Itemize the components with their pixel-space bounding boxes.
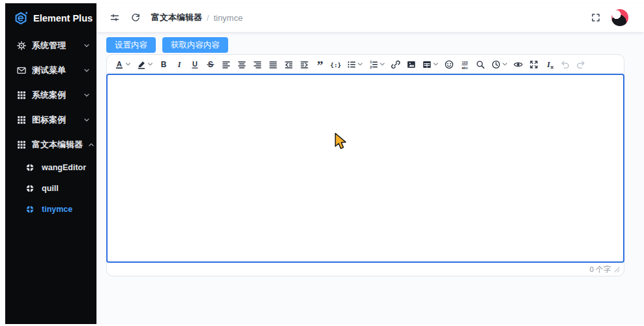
strikethrough-button[interactable]: S [203,57,218,72]
italic-button[interactable]: I [171,57,187,72]
bullet-list-icon [346,59,357,70]
text-color-button[interactable]: A [111,57,134,72]
undo-icon [560,59,570,70]
svg-text:123: 123 [461,60,467,64]
table-button[interactable] [419,57,441,72]
sidebar-item-icon-examples[interactable]: 图标案例 [5,108,96,132]
bold-button[interactable]: B [156,57,171,72]
numbered-list-button[interactable]: 12 [366,57,388,72]
svg-text:abc: abc [461,65,467,69]
chevron-down-icon[interactable] [379,61,385,67]
redo-button [573,57,589,72]
sidebar-item-label: 系统管理 [32,40,78,52]
element-plus-logo-icon [14,11,28,25]
chevron-down-icon [83,67,90,74]
bold-icon: B [158,59,169,70]
underline-button[interactable]: U [187,57,203,72]
table-icon [422,59,432,70]
emoji-icon [444,59,454,70]
redo-icon [576,59,586,70]
word-count-icon: 123abc [460,59,470,70]
preview-button[interactable] [510,57,526,72]
lifebuoy-icon [25,183,35,194]
app-logo[interactable]: Element Plus [5,3,96,33]
text-color-icon: A [114,59,124,70]
highlight-color-icon [136,59,147,70]
top-header: 富文本编辑器 / tinymce [96,3,644,32]
svg-text:2: 2 [370,65,372,68]
chevron-down-icon[interactable] [357,61,363,67]
sidebar-item-system-examples[interactable]: 系统案例 [5,83,96,108]
grid-icon [16,140,27,150]
strikethrough-icon: S [205,59,216,70]
svg-text:I: I [177,60,182,69]
code-button[interactable]: {:} [328,57,344,72]
blockquote-button[interactable]: ” [312,57,328,72]
outdent-button[interactable] [281,57,297,72]
sidebar: Element Plus 系统管理测试菜单系统案例图标案例富文本编辑器wangE… [5,3,96,324]
breadcrumb-item-current: tinymce [214,13,243,23]
user-avatar[interactable] [611,9,628,26]
svg-text:B: B [161,60,167,69]
code-icon: {:} [330,59,341,70]
link-button[interactable] [388,57,403,72]
svg-text:{:}: {:} [330,61,341,68]
chevron-down-icon [83,92,90,98]
svg-text:1: 1 [370,60,372,64]
word-count-button[interactable]: 123abc [457,57,473,72]
align-left-button[interactable] [218,57,234,72]
outdent-icon [284,59,294,70]
sidebar-item-test-menu[interactable]: 测试菜单 [5,58,96,83]
resize-handle-icon[interactable] [613,266,620,273]
sidebar-item-system-management[interactable]: 系统管理 [5,33,96,58]
gear-icon [16,40,27,51]
word-count-label: 0 个字 [589,265,611,274]
app-title: Element Plus [33,13,93,23]
remove-format-button[interactable]: I [542,57,557,72]
chevron-down-icon[interactable] [125,61,131,67]
image-button[interactable] [403,57,419,72]
align-center-button[interactable] [234,57,250,72]
chevron-down-icon[interactable] [433,61,439,67]
link-icon [390,59,401,70]
app-window: Element Plus 系统管理测试菜单系统案例图标案例富文本编辑器wangE… [5,3,644,324]
sidebar-item-label: 系统案例 [32,89,78,101]
sidebar-subitem-label: wangEditor [42,163,86,172]
indent-button[interactable] [297,57,312,72]
get-content-button[interactable]: 获取内容内容 [162,37,228,53]
svg-text:U: U [192,60,198,68]
lifebuoy-icon [25,204,35,215]
bullet-list-button[interactable] [344,57,366,72]
highlight-color-button[interactable] [134,57,156,72]
sidebar-subitem-tinymce[interactable]: tinymce [5,199,96,220]
sidebar-subitem-wangeditor[interactable]: wangEditor [5,157,96,178]
image-icon [406,59,417,70]
sidebar-item-rich-text-editor[interactable]: 富文本编辑器 [5,132,96,157]
align-right-button[interactable] [250,57,265,72]
emoji-button[interactable] [441,57,457,72]
fullscreen-icon[interactable] [591,12,601,23]
chevron-down-icon[interactable] [147,61,153,67]
sidebar-subitem-quill[interactable]: quill [5,178,96,199]
undo-button [557,57,573,72]
collapse-sidebar-icon[interactable] [110,12,120,23]
grid-icon [16,115,27,125]
editor-toolbar: ABIUS”{:}12123abcI [107,55,624,74]
search-icon [475,59,486,70]
sidebar-item-label: 富文本编辑器 [32,139,83,151]
datetime-button[interactable] [488,57,510,72]
set-content-button[interactable]: 设置内容 [106,37,156,53]
refresh-icon[interactable] [130,12,141,23]
breadcrumb-item-parent[interactable]: 富文本编辑器 [151,12,202,23]
sidebar-subitem-label: quill [42,184,59,193]
align-right-icon [252,59,263,70]
indent-icon [299,59,310,70]
clock-icon [491,59,501,70]
fullscreen-button[interactable] [526,57,542,72]
align-justify-button[interactable] [265,57,281,72]
sidebar-item-label: 图标案例 [32,114,78,126]
editor-content-area[interactable] [106,74,624,263]
chevron-down-icon[interactable] [502,61,508,67]
blockquote-icon: ” [315,59,325,70]
search-button[interactable] [473,57,488,72]
